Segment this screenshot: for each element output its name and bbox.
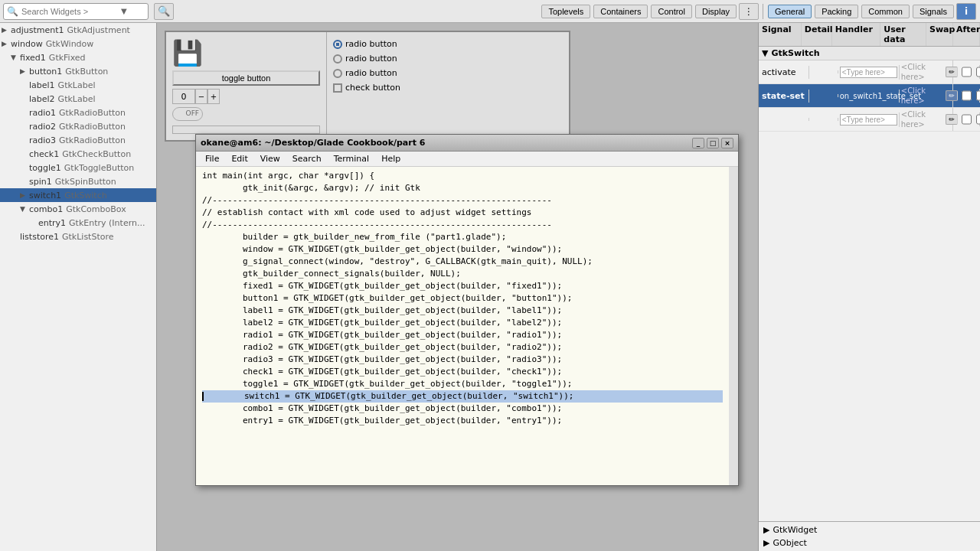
signals-tab[interactable]: Signals: [913, 5, 954, 18]
spin-input-preview[interactable]: 0: [172, 89, 195, 104]
radio-circle-1: [333, 40, 342, 49]
tree-item-toggle1[interactable]: toggle1GtkToggleButton: [0, 161, 156, 174]
gobject-item[interactable]: ▶ GObject: [760, 536, 978, 549]
display-button[interactable]: Display: [695, 5, 737, 18]
userdata-btn-empty[interactable]: <Click here>: [901, 110, 926, 129]
edit-btn-state-set[interactable]: ✏: [946, 90, 958, 101]
radio-option-2[interactable]: radio button: [333, 54, 563, 64]
window-minimize-btn[interactable]: _: [692, 138, 704, 148]
after-check-state-set[interactable]: [976, 90, 980, 101]
tree-label-switch1: switch1: [29, 191, 61, 201]
handler-col-header: Handler: [832, 23, 881, 46]
menu-edit[interactable]: Edit: [225, 153, 253, 165]
tree-label-check1: check1: [29, 149, 59, 159]
code-window-title: okane@am6: ~/Desktop/Glade Cookbook/part…: [201, 138, 425, 148]
code-content[interactable]: int main(int argc, char *argv[]) { gtk_i…: [196, 167, 729, 485]
tree-item-check1[interactable]: check1GtkCheckButton: [0, 147, 156, 161]
tree-item-label2[interactable]: label2GtkLabel: [0, 92, 156, 106]
gobject-label: GObject: [773, 538, 806, 548]
menu-help[interactable]: Help: [375, 153, 407, 165]
tree-label-radio3: radio3: [29, 135, 56, 145]
code-scrollbar[interactable]: [729, 167, 738, 485]
more-options-icon[interactable]: ⋮: [739, 3, 759, 20]
menu-view[interactable]: View: [254, 153, 286, 165]
toggle-button-preview[interactable]: toggle button: [172, 70, 320, 86]
info-icon[interactable]: i: [956, 3, 976, 20]
userdata-col-header: User data: [880, 23, 926, 46]
code-line-4: //--------------------------------------…: [202, 194, 723, 207]
menu-terminal[interactable]: Terminal: [328, 153, 376, 165]
tree-type-label2: GtkLabel: [58, 94, 96, 104]
code-line-23: check1 = GTK_WIDGET(gtk_builder_get_obje…: [202, 366, 723, 378]
tree-item-fixed1[interactable]: ▼fixed1GtkFixed: [0, 51, 156, 64]
window-close-btn[interactable]: ×: [721, 138, 733, 148]
radio-option-1[interactable]: radio button: [333, 39, 563, 49]
search-bar[interactable]: 🔍 ▼: [3, 3, 149, 20]
containers-button[interactable]: Containers: [593, 5, 648, 18]
swap-check-empty[interactable]: [962, 114, 972, 125]
search-input[interactable]: [21, 7, 121, 16]
combo-preview[interactable]: [172, 126, 320, 134]
tree-item-radio1[interactable]: radio1GtkRadioButton: [0, 106, 156, 119]
tree-item-liststore1[interactable]: liststore1GtkListStore: [0, 230, 156, 243]
tree-arrow-combo1: ▼: [20, 205, 29, 213]
tree-item-radio2[interactable]: radio2GtkRadioButton: [0, 119, 156, 133]
check-option[interactable]: check button: [333, 83, 563, 93]
control-button[interactable]: Control: [651, 5, 691, 18]
switch-off-label: OFF: [186, 109, 199, 117]
tree-item-radio3[interactable]: radio3GtkRadioButton: [0, 133, 156, 147]
tree-item-entry1[interactable]: entry1GtkEntry (Intern...: [0, 216, 156, 230]
code-titlebar: okane@am6: ~/Desktop/Glade Cookbook/part…: [196, 135, 738, 152]
signal-row-empty: <Click here> ✏: [759, 108, 980, 132]
signal-col-header: Signal: [759, 23, 802, 46]
code-line-14: gtk_builder_connect_signals(builder, NUL…: [202, 268, 723, 280]
spin-increment[interactable]: +: [207, 89, 220, 104]
after-check-empty[interactable]: [976, 114, 980, 125]
code-window: okane@am6: ~/Desktop/Glade Cookbook/part…: [195, 134, 739, 486]
expand-arrow[interactable]: ▼: [762, 48, 768, 58]
menu-file[interactable]: File: [199, 153, 225, 165]
tree-item-switch1[interactable]: ▶switch1GtkSwitch: [0, 188, 156, 202]
right-panel: Signal Detail Handler User data Swap Aft…: [758, 23, 980, 551]
separator: [763, 4, 763, 19]
after-col-header: After: [953, 23, 980, 46]
code-line-27: entry1 = GTK_WIDGET(gtk_builder_get_obje…: [202, 415, 723, 427]
edit-btn-empty[interactable]: ✏: [946, 114, 958, 125]
tree-item-adjustment1[interactable]: ▶adjustment1GtkAdjustment: [0, 23, 156, 37]
tree-item-window[interactable]: ▶windowGtkWindow: [0, 37, 156, 51]
common-tab[interactable]: Common: [861, 5, 910, 18]
tree-label-label1: label1: [29, 80, 55, 90]
window-maximize-btn[interactable]: □: [707, 138, 719, 148]
spin-decrement[interactable]: −: [195, 89, 207, 104]
code-line-20: radio1 = GTK_WIDGET(gtk_builder_get_obje…: [202, 329, 723, 341]
toplevels-button[interactable]: Toplevels: [541, 5, 590, 18]
userdata-btn-activate[interactable]: <Click here>: [901, 63, 926, 81]
switch-track[interactable]: OFF: [172, 107, 203, 121]
signal-row-activate: activate <Click here> ✏: [759, 60, 980, 84]
swap-check-state-set[interactable]: [962, 90, 972, 101]
tree-label-toggle1: toggle1: [29, 163, 61, 173]
gtkwidget-item[interactable]: ▶ GtkWidget: [760, 523, 978, 536]
tree-item-button1[interactable]: ▶button1GtkButton: [0, 64, 156, 78]
general-tab[interactable]: General: [768, 5, 812, 18]
tree-item-spin1[interactable]: spin1GtkSpinButton: [0, 174, 156, 188]
tree-item-combo1[interactable]: ▼combo1GtkComboBox: [0, 202, 156, 216]
tree-type-fixed1: GtkFixed: [49, 53, 86, 63]
menu-search[interactable]: Search: [286, 153, 328, 165]
handler-input-activate[interactable]: [840, 67, 897, 78]
after-check-activate[interactable]: [976, 67, 980, 77]
packing-tab[interactable]: Packing: [815, 5, 858, 18]
tree-label-button1: button1: [29, 67, 62, 77]
window-controls: _ □ ×: [692, 138, 733, 148]
chevron-down-icon: ▼: [121, 7, 127, 15]
tree-type-check1: GtkCheckButton: [62, 149, 131, 159]
tree-item-label1[interactable]: label1GtkLabel: [0, 78, 156, 92]
userdata-btn-state-set[interactable]: <Click here>: [901, 86, 926, 105]
signals-tree-section: ▶ GtkWidget ▶ GObject: [759, 521, 980, 551]
edit-btn-activate[interactable]: ✏: [946, 67, 958, 77]
tree-arrow-button1: ▶: [20, 67, 29, 75]
handler-input-empty[interactable]: [840, 114, 897, 126]
radio-option-3[interactable]: radio button: [333, 68, 563, 78]
swap-check-activate[interactable]: [962, 67, 972, 77]
search-button[interactable]: 🔍: [154, 3, 174, 20]
